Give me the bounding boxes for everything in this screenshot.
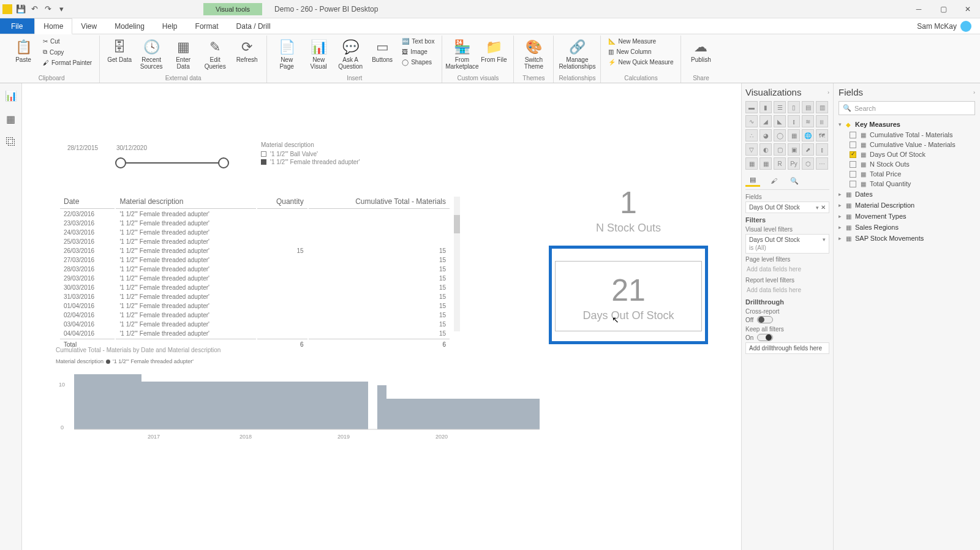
- collapse-icon[interactable]: ›: [827, 89, 829, 96]
- table-row[interactable]: 28/03/2016'1 1/2"' Female threaded adupt…: [60, 265, 450, 273]
- treemap-icon[interactable]: ▦: [788, 129, 800, 141]
- drillthrough-fields-well[interactable]: Add drillthrough fields here: [745, 342, 829, 354]
- new-page-button[interactable]: 📄New Page: [272, 37, 301, 72]
- tab-datadrill[interactable]: Data / Drill: [228, 18, 280, 34]
- matrix-icon[interactable]: ▦: [760, 157, 772, 170]
- stacked-bar-icon[interactable]: ▬: [745, 101, 758, 113]
- enter-data-button[interactable]: ▦Enter Data: [168, 37, 198, 72]
- refresh-button[interactable]: ⟳Refresh: [232, 37, 262, 66]
- clustered-column-icon[interactable]: ▯: [788, 101, 800, 113]
- save-icon[interactable]: 💾: [16, 4, 26, 14]
- field-cumulative-total[interactable]: ▦Cumulative Total - Materials: [839, 130, 975, 140]
- map-icon[interactable]: 🌐: [802, 129, 814, 141]
- legend-item-female-adapter[interactable]: '1 1/2"' Female threaded adupter': [261, 159, 360, 165]
- recent-sources-button[interactable]: 🕓Recent Sources: [137, 37, 166, 72]
- model-view-button[interactable]: ⿻: [4, 135, 18, 149]
- shapes-button[interactable]: ◯Shapes: [399, 58, 437, 67]
- report-view-button[interactable]: 📊: [4, 88, 18, 103]
- undo-icon[interactable]: ↶: [29, 4, 39, 14]
- slicer-icon[interactable]: ⫿: [816, 143, 828, 156]
- table-row[interactable]: 23/03/2016'1 1/2"' Female threaded adupt…: [60, 219, 450, 227]
- field-days-out-of-stock[interactable]: ▦Days Out Of Stock: [839, 149, 975, 159]
- waterfall-icon[interactable]: ⫼: [816, 115, 828, 127]
- table-icon[interactable]: ▦: [745, 157, 758, 170]
- table-row[interactable]: 27/03/2016'1 1/2"' Female threaded adupt…: [60, 256, 450, 264]
- from-marketplace-button[interactable]: 🏪From Marketplace: [447, 37, 477, 72]
- line-chart-icon[interactable]: ∿: [745, 115, 758, 127]
- table-row[interactable]: 03/04/2016'1 1/2"' Female threaded adupt…: [60, 320, 450, 328]
- field-total-price[interactable]: ▦Total Price: [839, 169, 975, 179]
- edit-queries-button[interactable]: ✎Edit Queries: [200, 37, 230, 72]
- table-row[interactable]: 02/04/2016'1 1/2"' Female threaded adupt…: [60, 311, 450, 319]
- table-row[interactable]: 04/04/2016'1 1/2"' Female threaded adupt…: [60, 330, 450, 337]
- tab-modeling[interactable]: Modeling: [106, 18, 154, 34]
- new-column-button[interactable]: ▥New Column: [606, 47, 676, 56]
- copy-button[interactable]: ⧉Copy: [40, 47, 94, 57]
- maximize-button[interactable]: ▢: [931, 0, 956, 18]
- format-tab-icon[interactable]: 🖌: [766, 175, 781, 187]
- multi-card-icon[interactable]: ▣: [788, 143, 800, 156]
- tab-format[interactable]: Format: [187, 18, 228, 34]
- legend-item-ball-valve[interactable]: '1 1/2"' Ball Valve': [261, 151, 360, 157]
- format-painter-button[interactable]: 🖌Format Painter: [40, 58, 94, 67]
- minimize-button[interactable]: ─: [907, 0, 931, 18]
- slider-thumb-right[interactable]: [218, 157, 229, 168]
- ask-question-button[interactable]: 💬Ask A Question: [336, 37, 365, 72]
- stacked-column-icon[interactable]: ▮: [760, 101, 772, 113]
- tab-home[interactable]: Home: [34, 18, 72, 34]
- py-visual-icon[interactable]: Py: [788, 157, 800, 170]
- r-visual-icon[interactable]: R: [774, 157, 786, 170]
- from-file-button[interactable]: 📁From File: [479, 37, 508, 66]
- tab-view[interactable]: View: [72, 18, 106, 34]
- switch-theme-button[interactable]: 🎨Switch Theme: [519, 37, 548, 72]
- area-chart-visual[interactable]: Cumulative Total - Materials by Date and…: [56, 347, 552, 442]
- manage-relationships-button[interactable]: 🔗Manage Relationships: [559, 37, 595, 72]
- date-slicer[interactable]: 28/12/2015 30/12/2020: [59, 145, 243, 172]
- collapse-icon[interactable]: ›: [973, 89, 975, 96]
- card-days-out-of-stock-selected[interactable]: 21 Days Out Of Stock: [549, 246, 708, 344]
- stacked-area-icon[interactable]: ◣: [774, 115, 786, 127]
- card-icon[interactable]: ▢: [774, 143, 786, 156]
- field-n-stock-outs[interactable]: ▦N Stock Outs: [839, 159, 975, 169]
- new-visual-button[interactable]: 📊New Visual: [304, 37, 333, 72]
- col-cumulative[interactable]: Cumulative Total - Materials: [309, 195, 450, 209]
- table-sales-regions[interactable]: ▸▦Sales Regions: [839, 222, 975, 233]
- 100-bar-icon[interactable]: ▤: [802, 101, 814, 113]
- add-fields-placeholder[interactable]: Add data fields here: [745, 264, 829, 274]
- area-chart-icon[interactable]: ◢: [760, 115, 772, 127]
- paste-button[interactable]: 📋Paste: [9, 37, 38, 66]
- kpi-icon[interactable]: ⬈: [802, 143, 814, 156]
- table-scrollbar[interactable]: [454, 197, 460, 331]
- filled-map-icon[interactable]: 🗺: [816, 129, 828, 141]
- qat-dropdown-icon[interactable]: ▾: [56, 4, 66, 14]
- table-sap-stock-movements[interactable]: ▸▦SAP Stock Movements: [839, 233, 975, 244]
- textbox-button[interactable]: 🔤Text box: [399, 37, 437, 46]
- new-quick-measure-button[interactable]: ⚡New Quick Measure: [606, 58, 676, 67]
- key-influencers-icon[interactable]: ⬡: [802, 157, 814, 170]
- close-button[interactable]: ✕: [956, 0, 980, 18]
- table-movement-types[interactable]: ▸▦Movement Types: [839, 211, 975, 222]
- pie-icon[interactable]: ◕: [760, 129, 772, 141]
- table-row[interactable]: 26/03/2016'1 1/2"' Female threaded adupt…: [60, 247, 450, 255]
- more-icon[interactable]: ⋯: [816, 157, 828, 170]
- material-slicer-legend[interactable]: Material description '1 1/2"' Ball Valve…: [261, 141, 360, 167]
- fields-tab-icon[interactable]: ▤: [745, 175, 760, 187]
- col-date[interactable]: Date: [60, 195, 115, 209]
- tab-help[interactable]: Help: [154, 18, 187, 34]
- chevron-down-icon[interactable]: ▾: [823, 236, 826, 243]
- slider-thumb-left[interactable]: [115, 157, 126, 168]
- donut-icon[interactable]: ◯: [774, 129, 786, 141]
- ribbon-chart-icon[interactable]: ≋: [802, 115, 814, 127]
- card-n-stock-outs[interactable]: 1 N Stock Outs: [555, 187, 702, 235]
- funnel-icon[interactable]: ▽: [745, 143, 758, 156]
- chevron-down-icon[interactable]: ▾: [816, 205, 819, 211]
- add-fields-placeholder[interactable]: Add data fields here: [745, 285, 829, 295]
- line-column-icon[interactable]: ⫿: [788, 115, 800, 127]
- col-material[interactable]: Material description: [116, 195, 256, 209]
- redo-icon[interactable]: ↷: [43, 4, 53, 14]
- 100-column-icon[interactable]: ▥: [816, 101, 828, 113]
- cross-report-toggle[interactable]: Off: [745, 316, 829, 323]
- data-view-button[interactable]: ▦: [4, 111, 18, 126]
- fields-search-input[interactable]: 🔍Search: [839, 101, 975, 115]
- table-row[interactable]: 22/03/2016'1 1/2"' Female threaded adupt…: [60, 210, 450, 218]
